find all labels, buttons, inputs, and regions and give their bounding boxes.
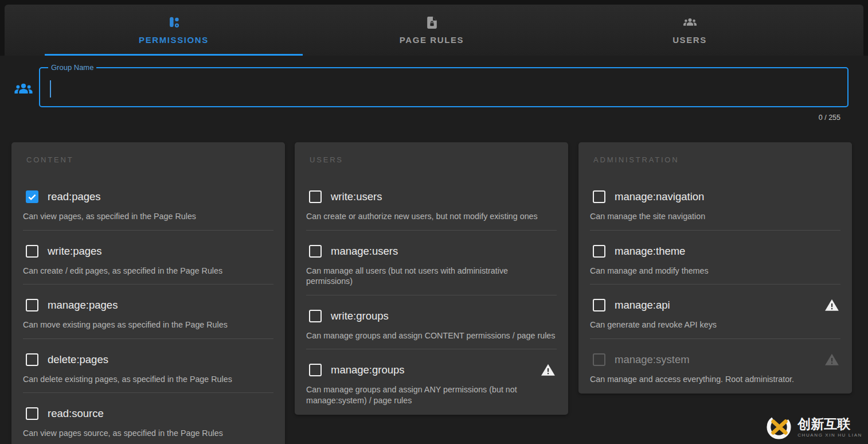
alert-triangle-icon xyxy=(541,363,556,377)
watermark-subtitle: CHUANG XIN HU LIAN xyxy=(797,433,862,438)
character-counter: 0 / 255 xyxy=(819,114,840,122)
permission-list: manage:navigation Can manage the site na… xyxy=(590,176,840,384)
permission-checkbox[interactable] xyxy=(593,190,605,203)
permission-row: manage:pages xyxy=(23,298,273,312)
permission-name[interactable]: delete:pages xyxy=(48,353,108,366)
permission-checkbox[interactable] xyxy=(593,245,605,258)
alert-triangle-icon xyxy=(824,298,839,313)
card-title: ADMINISTRATION xyxy=(593,156,840,164)
permission-item: write:groups Can manage groups and assig… xyxy=(306,295,557,350)
permission-row: write:users xyxy=(306,190,557,204)
permission-description: Can move existing pages as specified in … xyxy=(23,320,273,330)
permission-description: Can create or authorize new users, but n… xyxy=(306,211,557,222)
alert-triangle-icon xyxy=(824,352,839,367)
watermark-title: 创新互联 xyxy=(797,416,862,431)
permission-item: manage:users Can manage all users (but n… xyxy=(306,231,557,295)
permission-name[interactable]: manage:groups xyxy=(331,364,405,376)
tab-page-rules[interactable]: PAGE RULES xyxy=(303,5,561,56)
permission-row: manage:api xyxy=(590,298,840,312)
permission-name[interactable]: write:groups xyxy=(331,310,389,322)
permission-name[interactable]: manage:users xyxy=(331,245,398,258)
permission-description: Can create / edit pages, as specified in… xyxy=(23,266,273,276)
permission-list: read:pages Can view pages, as specified … xyxy=(23,176,273,439)
permission-row: write:pages xyxy=(23,244,273,258)
text-caret xyxy=(50,80,51,98)
permission-name[interactable]: manage:theme xyxy=(615,245,685,258)
permission-description: Can manage all users (but not users with… xyxy=(306,266,557,287)
tab-users-label: USERS xyxy=(672,35,707,45)
permission-item: manage:groups Can manage groups and assi… xyxy=(306,349,557,406)
tab-permissions-label: PERMISSIONS xyxy=(139,35,209,45)
permission-row: manage:groups xyxy=(306,363,557,377)
permission-item: delete:pages Can delete existing pages, … xyxy=(23,339,273,394)
permission-description: Can manage groups and assign ANY permiss… xyxy=(306,384,557,406)
permission-checkbox[interactable] xyxy=(309,310,322,322)
permission-list: write:users Can create or authorize new … xyxy=(306,176,557,406)
group-name-field[interactable]: Group Name xyxy=(39,67,849,107)
permission-item: read:pages Can view pages, as specified … xyxy=(23,176,273,231)
permission-description: Can view pages, as specified in the Page… xyxy=(23,211,273,222)
permission-description: Can view pages source, as specified in t… xyxy=(23,428,273,439)
permission-row: manage:system xyxy=(590,353,840,367)
permission-item: write:users Can create or authorize new … xyxy=(306,176,557,231)
tab-page-rules-label: PAGE RULES xyxy=(400,35,464,45)
permission-card: USERS write:users Can create or authoriz… xyxy=(295,142,568,415)
permission-row: manage:navigation xyxy=(590,190,840,204)
permission-name[interactable]: read:source xyxy=(48,407,104,420)
permission-card: ADMINISTRATION manage:navigation Can man… xyxy=(578,142,852,394)
card-title: CONTENT xyxy=(26,156,273,164)
permission-checkbox[interactable] xyxy=(26,190,38,203)
tab-bar: PERMISSIONS PAGE RULES USERS xyxy=(5,5,863,56)
permission-description: Can delete existing pages, as specified … xyxy=(23,374,273,385)
tab-users[interactable]: USERS xyxy=(561,5,819,56)
permission-item: manage:system Can manage and access ever… xyxy=(590,339,840,385)
permission-checkbox[interactable] xyxy=(593,299,605,311)
permission-checkbox[interactable] xyxy=(309,245,322,258)
permission-item: manage:api Can generate and revoke API k… xyxy=(590,285,840,339)
permission-checkbox[interactable] xyxy=(26,299,38,311)
permission-item: manage:theme Can manage and modify theme… xyxy=(590,231,840,285)
permission-name[interactable]: write:pages xyxy=(48,245,102,258)
card-title: USERS xyxy=(310,156,557,164)
watermark: 创新互联 CHUANG XIN HU LIAN xyxy=(765,414,862,441)
permission-row: manage:theme xyxy=(590,244,840,258)
account-group-icon xyxy=(14,80,33,99)
permission-name[interactable]: read:pages xyxy=(48,190,101,203)
permission-description: Can manage and modify themes xyxy=(590,266,840,276)
group-permissions-page: PERMISSIONS PAGE RULES USERS xyxy=(0,0,868,444)
active-tab-indicator xyxy=(45,54,303,56)
permission-row: read:source xyxy=(23,407,273,420)
permission-checkbox[interactable] xyxy=(26,353,38,366)
file-lock-icon xyxy=(425,15,439,30)
permission-item: manage:pages Can move existing pages as … xyxy=(23,285,273,339)
permission-description: Can manage groups and assign CONTENT per… xyxy=(306,330,557,341)
permission-row: manage:users xyxy=(306,244,557,258)
permission-name[interactable]: write:users xyxy=(331,190,382,203)
permission-name[interactable]: manage:navigation xyxy=(615,190,704,203)
permission-item: read:source Can view pages source, as sp… xyxy=(23,393,273,439)
tab-permissions[interactable]: PERMISSIONS xyxy=(45,5,303,56)
permissions-dots-icon xyxy=(167,15,181,30)
permission-name[interactable]: manage:pages xyxy=(48,299,118,311)
permission-description: Can manage the site navigation xyxy=(590,211,840,222)
watermark-logo-icon xyxy=(765,414,792,441)
permission-description: Can manage and access everything. Root a… xyxy=(590,374,840,385)
permission-checkbox[interactable] xyxy=(26,245,38,258)
permission-name: manage:system xyxy=(615,353,690,366)
permission-checkbox xyxy=(593,353,605,366)
permission-checkbox[interactable] xyxy=(26,407,38,420)
account-group-icon xyxy=(683,15,697,30)
permission-item: write:pages Can create / edit pages, as … xyxy=(23,231,273,285)
permission-card: CONTENT read:pages Can view pages, as sp… xyxy=(11,142,285,444)
permission-row: write:groups xyxy=(306,309,557,323)
permission-item: manage:navigation Can manage the site na… xyxy=(590,176,840,231)
permission-name[interactable]: manage:api xyxy=(615,299,670,311)
permission-checkbox[interactable] xyxy=(309,190,322,203)
permission-checkbox[interactable] xyxy=(309,364,322,376)
permission-row: read:pages xyxy=(23,190,273,204)
group-name-label: Group Name xyxy=(48,63,96,73)
check-icon xyxy=(27,192,37,202)
permission-row: delete:pages xyxy=(23,353,273,367)
permission-description: Can generate and revoke API keys xyxy=(590,320,840,330)
